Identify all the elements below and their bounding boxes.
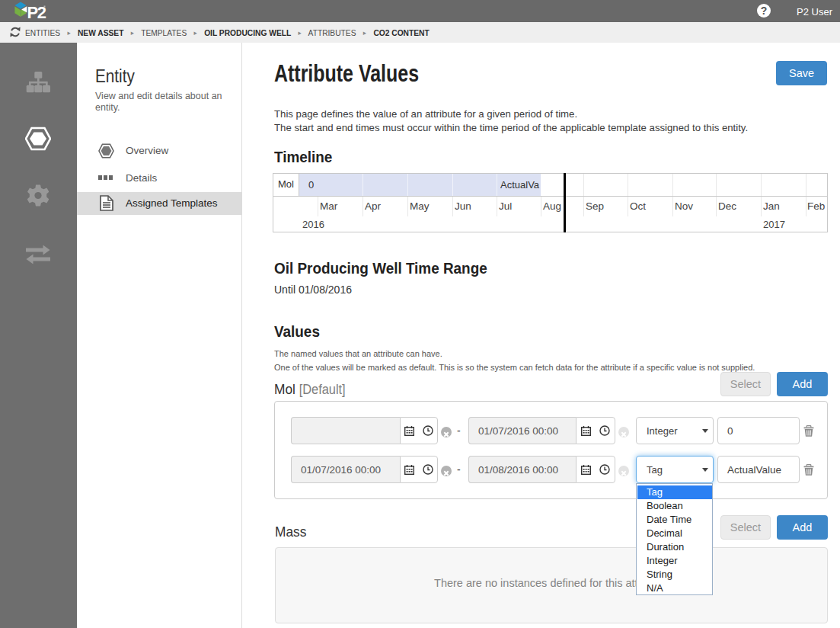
svg-text:P2: P2 (27, 3, 46, 21)
